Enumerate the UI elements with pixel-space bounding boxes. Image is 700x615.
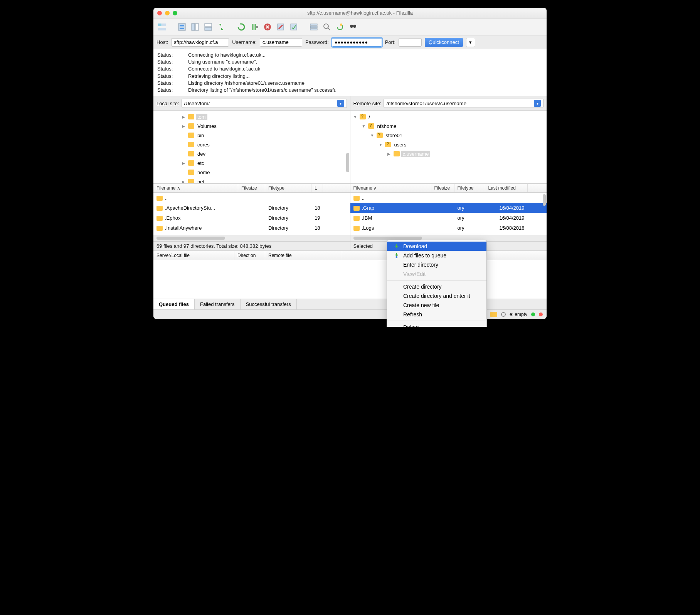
tab-failed-transfers[interactable]: Failed transfers (195, 299, 241, 309)
menu-item-create-new-file[interactable]: Create new file (387, 301, 486, 310)
menu-item-download[interactable]: Download (387, 242, 486, 251)
disclosure-icon[interactable]: ▶ (182, 124, 187, 128)
log-row: Status:Connected to hawklogin.cf.ac.uk (157, 66, 543, 72)
compare-icon[interactable] (321, 22, 332, 32)
transfer-header[interactable]: Server/Local fileDirectionRemote file (153, 251, 547, 260)
column-header[interactable]: Filetype (265, 184, 311, 192)
column-header[interactable]: Remote file (265, 251, 342, 260)
column-header[interactable]: Filename ∧ (350, 184, 431, 192)
tree-item[interactable]: ▶etc (153, 158, 350, 168)
scrollbar[interactable] (353, 237, 422, 240)
disclosure-icon[interactable]: ▶ (182, 115, 187, 119)
file-row[interactable]: .ApacheDirectoryStu...Directory18 (153, 203, 350, 213)
column-header[interactable]: Direction (234, 251, 265, 260)
svg-point-21 (324, 24, 328, 29)
disclosure-icon[interactable]: ▼ (370, 133, 375, 138)
file-type: Directory (265, 205, 311, 211)
menu-item-enter-directory[interactable]: Enter directory (387, 260, 486, 269)
tree-label: Volumes (196, 123, 218, 129)
password-input[interactable] (332, 38, 382, 47)
remote-path-input[interactable]: /nfshome/store01/users/c.username ▾ (384, 99, 544, 108)
scrollbar[interactable] (543, 194, 546, 206)
host-input[interactable] (171, 38, 229, 47)
file-row[interactable]: .InstallAnywhereDirectory18 (153, 223, 350, 233)
find-icon[interactable] (348, 22, 358, 32)
tree-item[interactable]: ▶c.username (350, 149, 547, 158)
scrollbar[interactable] (156, 237, 225, 240)
tree-item[interactable]: ▼nfshome (350, 121, 547, 131)
tree-item[interactable]: ▶net (153, 177, 350, 183)
menu-separator (387, 321, 486, 321)
chevron-down-icon[interactable]: ▾ (337, 100, 344, 107)
zoom-icon[interactable] (173, 11, 177, 15)
disclosure-icon[interactable]: ▶ (387, 152, 392, 156)
disclosure-icon[interactable]: ▼ (353, 115, 358, 119)
transfer-queue: Server/Local fileDirectionRemote file (153, 251, 547, 299)
port-input[interactable] (399, 38, 422, 47)
local-tree[interactable]: ▶tom▶Volumesbincoresdev▶etchome▶netopt (153, 110, 350, 183)
column-header[interactable]: Server/Local file (153, 251, 234, 260)
tree-item[interactable]: ▼users (350, 140, 547, 149)
file-row[interactable]: .Grapory16/04/2019 (350, 203, 547, 213)
filter-icon[interactable] (308, 22, 319, 32)
local-file-header[interactable]: Filename ∧FilesizeFiletypeL (153, 183, 350, 193)
process-queue-icon[interactable] (249, 22, 260, 32)
quickconnect-history-button[interactable]: ▾ (466, 38, 475, 47)
column-header[interactable]: Filesize (238, 184, 265, 192)
file-row[interactable]: .. (153, 193, 350, 203)
column-header[interactable]: L (311, 184, 323, 192)
disconnect-icon[interactable] (275, 22, 286, 32)
username-input[interactable] (260, 38, 302, 47)
transfer-list[interactable] (153, 260, 547, 299)
file-row[interactable]: .EphoxDirectory19 (153, 213, 350, 223)
local-file-list[interactable]: ...ApacheDirectoryStu...Directory18.Epho… (153, 193, 350, 235)
toggle-queue-icon[interactable] (203, 22, 214, 32)
refresh-icon[interactable] (236, 22, 247, 32)
remote-tree[interactable]: ▼/▼nfshome▼store01▼users▶c.username (350, 110, 547, 183)
column-header[interactable]: Last modified (485, 184, 528, 192)
menu-item-add-files-to-queue[interactable]: Add files to queue (387, 251, 486, 260)
menu-item-refresh[interactable]: Refresh (387, 310, 486, 319)
minimize-icon[interactable] (165, 11, 170, 15)
folder-icon (360, 114, 366, 119)
toggle-log-icon[interactable] (177, 22, 187, 32)
local-path-input[interactable]: /Users/tom/ ▾ (182, 99, 347, 108)
disclosure-icon[interactable]: ▼ (379, 143, 384, 147)
sync-browse-icon[interactable] (216, 22, 227, 32)
reconnect-icon[interactable] (288, 22, 299, 32)
column-header[interactable]: Filename ∧ (153, 184, 238, 192)
quickconnect-button[interactable]: Quickconnect (425, 38, 463, 47)
disclosure-icon[interactable]: ▶ (182, 180, 187, 184)
scrollbar[interactable] (346, 153, 349, 172)
menu-item-create-directory-and-enter-it[interactable]: Create directory and enter it (387, 291, 486, 301)
tab-queued-files[interactable]: Queued files (153, 299, 195, 309)
tree-item[interactable]: bin (153, 131, 350, 140)
remote-file-header[interactable]: Filename ∧FilesizeFiletypeLast modified (350, 183, 547, 193)
column-header[interactable]: Filetype (454, 184, 485, 192)
tab-successful-transfers[interactable]: Successful transfers (241, 299, 297, 309)
close-icon[interactable] (157, 11, 162, 15)
file-name: .InstallAnywhere (153, 225, 238, 231)
site-manager-icon[interactable] (156, 22, 167, 32)
disclosure-icon[interactable]: ▼ (362, 124, 367, 128)
disclosure-icon[interactable]: ▶ (182, 161, 187, 165)
remote-file-list[interactable]: ...Grapory16/04/2019.IBMory16/04/2019.Lo… (350, 193, 547, 235)
file-row[interactable]: .Logsory15/08/2018 (350, 223, 547, 233)
chevron-down-icon[interactable]: ▾ (534, 100, 541, 107)
tree-item[interactable]: ▼/ (350, 112, 547, 121)
tree-item[interactable]: home (153, 168, 350, 177)
column-header[interactable]: Filesize (431, 184, 454, 192)
folder-icon (188, 170, 194, 175)
tree-item[interactable]: cores (153, 140, 350, 149)
tree-item[interactable]: ▶tom (153, 112, 350, 121)
file-row[interactable]: .IBMory16/04/2019 (350, 213, 547, 223)
tree-item[interactable]: ▼store01 (350, 131, 547, 140)
auto-icon[interactable] (335, 22, 345, 32)
file-row[interactable]: .. (350, 193, 547, 203)
menu-item-create-directory[interactable]: Create directory (387, 282, 486, 291)
menu-item-delete[interactable]: Delete (387, 323, 486, 327)
cancel-icon[interactable] (262, 22, 273, 32)
tree-item[interactable]: ▶Volumes (153, 121, 350, 131)
toggle-tree-icon[interactable] (190, 22, 200, 32)
tree-item[interactable]: dev (153, 149, 350, 158)
